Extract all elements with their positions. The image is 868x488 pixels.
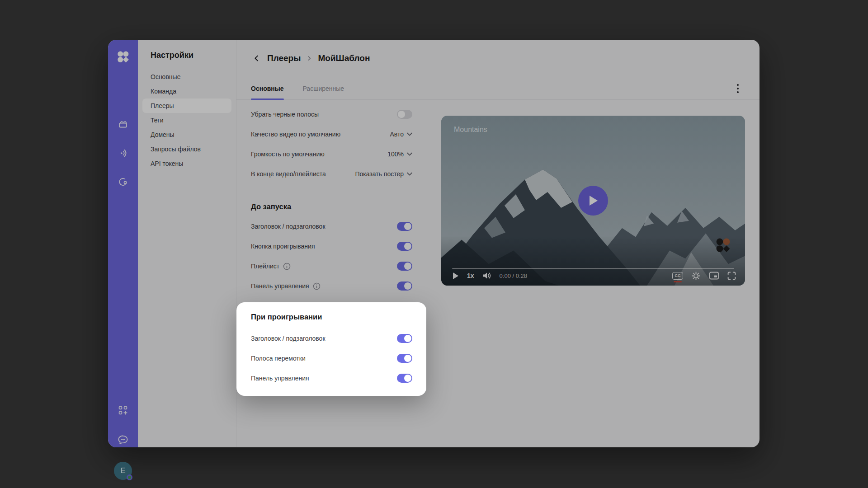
- toggle-seek-bar[interactable]: [397, 354, 412, 363]
- card-rows: Заголовок / подзаголовок Полоса перемотк…: [251, 328, 412, 388]
- screen: E Настройки Основные Команда Плееры Теги…: [0, 0, 868, 488]
- section-title-while-playing: При проигрывании: [251, 309, 412, 325]
- playback-settings-card: При проигрывании Заголовок / подзаголово…: [236, 302, 426, 396]
- setting-label: Заголовок / подзаголовок: [251, 335, 326, 342]
- setting-row: Панель управления: [251, 368, 412, 388]
- toggle-control-panel-playing[interactable]: [397, 374, 412, 383]
- dim-overlay: [0, 0, 868, 488]
- setting-label: Панель управления: [251, 375, 309, 382]
- setting-row: Заголовок / подзаголовок: [251, 328, 412, 348]
- setting-label: Полоса перемотки: [251, 355, 306, 362]
- setting-row: Полоса перемотки: [251, 348, 412, 368]
- toggle-title-subtitle-playing[interactable]: [397, 334, 412, 343]
